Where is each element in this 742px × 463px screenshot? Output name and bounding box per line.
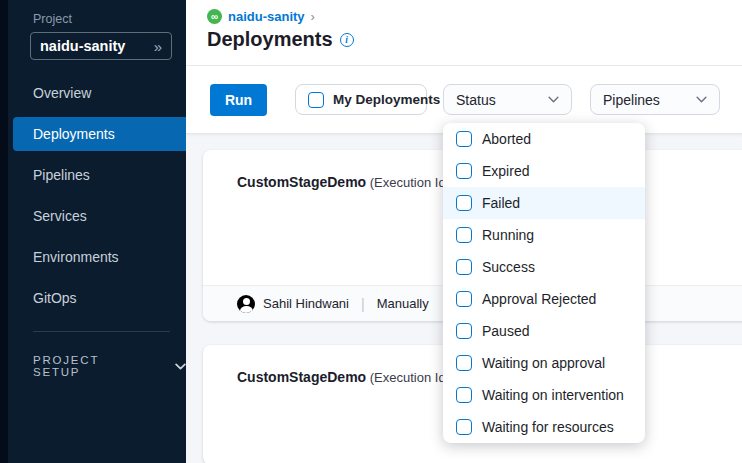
page-header: ∞ naidu-sanity › Deployments i xyxy=(186,0,742,66)
chevron-down-icon xyxy=(696,96,707,103)
checkbox[interactable] xyxy=(456,355,472,371)
menu-item-approval-rejected[interactable]: Approval Rejected xyxy=(443,283,645,315)
menu-item-running[interactable]: Running xyxy=(443,219,645,251)
project-name: naidu-sanity xyxy=(40,38,125,54)
checkbox[interactable] xyxy=(456,419,472,435)
sidebar-divider xyxy=(33,331,170,332)
breadcrumb: ∞ naidu-sanity › xyxy=(207,9,742,24)
sidebar-item-deployments[interactable]: Deployments xyxy=(13,117,186,151)
menu-item-waiting-on-intervention[interactable]: Waiting on intervention xyxy=(443,379,645,411)
user-avatar-icon xyxy=(237,295,255,313)
checkbox[interactable] xyxy=(456,227,472,243)
project-label: Project xyxy=(33,12,186,26)
checkbox[interactable] xyxy=(456,131,472,147)
checkbox[interactable] xyxy=(456,259,472,275)
sidebar-nav: Overview Deployments Pipelines Services … xyxy=(8,76,186,315)
sidebar-item-services[interactable]: Services xyxy=(8,199,186,233)
footer-divider: | xyxy=(357,296,369,312)
page-title: Deployments xyxy=(207,28,333,51)
menu-item-success[interactable]: Success xyxy=(443,251,645,283)
project-setup-label: PROJECT SETUP xyxy=(33,354,147,378)
sidebar-item-environments[interactable]: Environments xyxy=(8,240,186,274)
menu-item-waiting-for-resources[interactable]: Waiting for resources xyxy=(443,411,645,443)
checkbox[interactable] xyxy=(456,163,472,179)
info-icon[interactable]: i xyxy=(340,33,354,47)
checkbox[interactable] xyxy=(456,195,472,211)
my-deployments-toggle[interactable]: My Deployments xyxy=(295,84,427,115)
menu-item-waiting-on-approval[interactable]: Waiting on approval xyxy=(443,347,645,379)
app-window: Project naidu-sanity » Overview Deployme… xyxy=(0,0,742,463)
checkbox[interactable] xyxy=(456,323,472,339)
run-button[interactable]: Run xyxy=(210,84,267,116)
menu-item-paused[interactable]: Paused xyxy=(443,315,645,347)
menu-item-failed[interactable]: Failed xyxy=(443,187,645,219)
breadcrumb-project-link[interactable]: naidu-sanity xyxy=(228,9,305,24)
project-sidebar: Project naidu-sanity » Overview Deployme… xyxy=(8,0,186,463)
status-filter-dropdown[interactable]: Status xyxy=(443,84,572,115)
cd-module-icon: ∞ xyxy=(207,9,222,24)
status-filter-menu: Aborted Expired Failed Running Success A… xyxy=(443,123,645,443)
chevron-down-icon xyxy=(548,96,559,103)
sidebar-item-gitops[interactable]: GitOps xyxy=(8,281,186,315)
my-deployments-label: My Deployments xyxy=(333,92,440,107)
pipelines-filter-dropdown[interactable]: Pipelines xyxy=(590,84,720,115)
checkbox[interactable] xyxy=(456,291,472,307)
project-setup-toggle[interactable]: PROJECT SETUP xyxy=(33,354,186,378)
project-selector[interactable]: naidu-sanity » xyxy=(30,32,172,60)
pipelines-filter-label: Pipelines xyxy=(603,92,660,108)
chevron-down-icon xyxy=(175,363,186,370)
menu-item-expired[interactable]: Expired xyxy=(443,155,645,187)
expand-sidebar-icon[interactable]: » xyxy=(154,39,162,54)
sidebar-item-pipelines[interactable]: Pipelines xyxy=(8,158,186,192)
checkbox[interactable] xyxy=(456,387,472,403)
module-nav-strip[interactable] xyxy=(0,0,8,463)
trigger-type: Manually xyxy=(377,296,429,311)
my-deployments-checkbox[interactable] xyxy=(308,92,324,108)
breadcrumb-chevron-icon: › xyxy=(311,9,315,24)
status-filter-label: Status xyxy=(456,92,496,108)
sidebar-item-overview[interactable]: Overview xyxy=(8,76,186,110)
menu-item-aborted[interactable]: Aborted xyxy=(443,123,645,155)
triggered-by-user: Sahil Hindwani xyxy=(263,296,349,311)
